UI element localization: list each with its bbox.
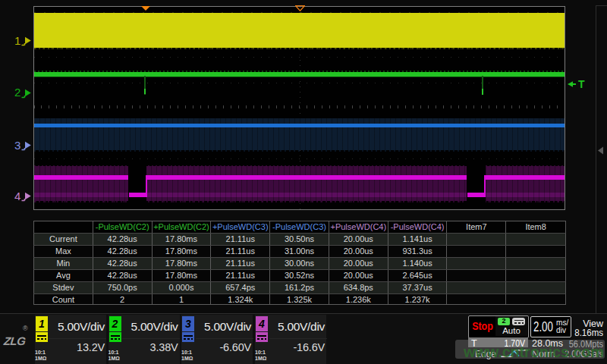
- svg-text:T: T: [578, 79, 585, 89]
